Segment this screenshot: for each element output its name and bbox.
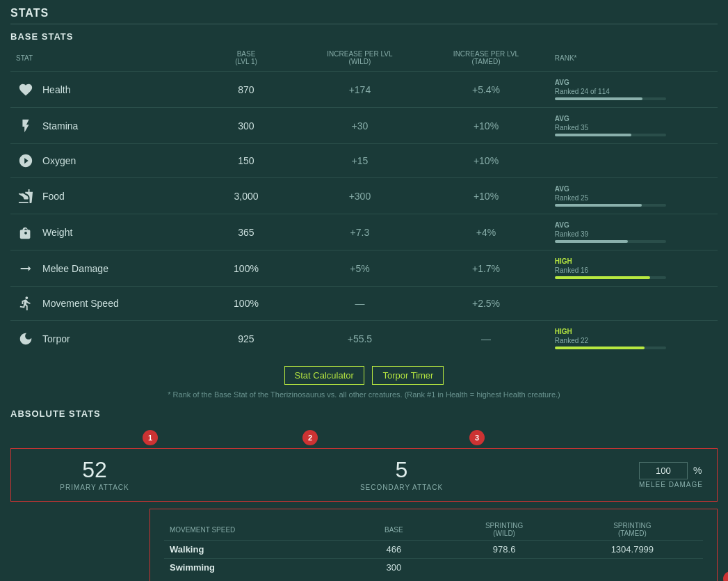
stat-tamed-value: +10% <box>423 144 549 178</box>
stamina-icon <box>16 116 35 136</box>
stat-tamed-value: +1.7% <box>423 250 549 287</box>
rank-bar-bg <box>555 276 666 279</box>
torpor-icon <box>16 329 35 349</box>
movement-row-base: 300 <box>341 559 446 577</box>
rank-text: Ranked 25 <box>555 194 712 202</box>
rank-bar-fill <box>555 97 642 100</box>
primary-attack-label: PRIMARY ATTACK <box>25 484 164 491</box>
rank-text: Ranked 39 <box>555 230 712 238</box>
primary-attack-value: 52 <box>25 459 164 481</box>
rank-label: AVG <box>555 115 712 122</box>
stat-wild-value: +55.5 <box>297 321 423 357</box>
stat-base-value: 3,000 <box>195 178 296 214</box>
movement-row-tamed <box>562 559 703 577</box>
table-row: Torpor 925 +55.5 — HIGH Ranked 22 <box>10 321 718 357</box>
rank-cell <box>549 287 718 321</box>
rank-cell: AVG Ranked 24 of 114 <box>549 72 718 108</box>
movement-table: MOVEMENT SPEED BASE SPRINTING (WILD) SPR… <box>164 519 703 576</box>
movement-speed-header: MOVEMENT SPEED <box>164 519 341 541</box>
table-row: Health 870 +174 +5.4% AVG Ranked 24 of 1… <box>10 72 718 108</box>
stat-cell: Health <box>10 72 195 108</box>
table-row: Stamina 300 +30 +10% AVG Ranked 35 <box>10 108 718 144</box>
melee-damage-group: % MELEE DAMAGE <box>639 462 703 488</box>
primary-attack-group: 52 PRIMARY ATTACK <box>25 459 164 491</box>
rank-label: AVG <box>555 79 712 86</box>
rank-bar-bg <box>555 204 666 207</box>
table-row: Weight 365 +7.3 +4% AVG Ranked 39 <box>10 214 718 250</box>
stat-name: Weight <box>42 227 72 238</box>
base-stats-title: BASE STATS <box>10 31 718 42</box>
rank-bar-bg <box>555 134 666 136</box>
movement-base-header: BASE <box>341 519 446 541</box>
header-rank: RANK* <box>549 47 718 72</box>
annotation-3: 3 <box>469 430 485 445</box>
rank-label: HIGH <box>555 257 712 265</box>
annotation-2: 2 <box>302 430 318 445</box>
rank-cell: HIGH Ranked 16 <box>549 250 718 287</box>
table-row: Movement Speed 100% — +2.5% <box>10 287 718 321</box>
movement-row-name: Walking <box>164 541 341 559</box>
movement-row: Walking 466 978.6 1304.7999 <box>164 541 703 559</box>
stat-base-value: 300 <box>195 108 296 144</box>
rank-cell: AVG Ranked 39 <box>549 214 718 250</box>
rank-bar-bg <box>555 97 666 100</box>
header-stat: STAT <box>10 47 195 72</box>
stat-tamed-value: +5.4% <box>423 72 549 108</box>
stat-tamed-value: +10% <box>423 108 549 144</box>
stat-base-value: 925 <box>195 321 296 357</box>
stat-base-value: 870 <box>195 72 296 108</box>
stat-name: Torpor <box>42 333 70 344</box>
rank-bar-fill <box>555 347 645 349</box>
movement-sprinting-wild-header: SPRINTING (WILD) <box>447 519 562 541</box>
stats-title: STATS <box>10 7 718 24</box>
rank-cell: AVG Ranked 25 <box>549 178 718 214</box>
table-row: Food 3,000 +300 +10% AVG Ranked 25 <box>10 178 718 214</box>
footnote-text: * Rank of the Base Stat of the Therizino… <box>10 390 718 399</box>
stat-cell: Food <box>10 178 195 214</box>
melee-damage-input[interactable] <box>639 462 688 479</box>
header-wild: INCREASE PER LVL (WILD) <box>297 47 423 72</box>
rank-bar-fill <box>555 240 629 243</box>
stat-wild-value: +7.3 <box>297 214 423 250</box>
stat-cell: Melee Damage <box>10 250 195 287</box>
stat-cell: Stamina <box>10 108 195 144</box>
movement-icon <box>16 294 35 313</box>
secondary-attack-value: 5 <box>192 459 611 481</box>
stat-cell: Movement Speed <box>10 287 195 321</box>
movement-row-base: 466 <box>341 541 446 559</box>
stat-calculator-button[interactable]: Stat Calculator <box>284 366 364 385</box>
absolute-stats-title: ABSOLUTE STATS <box>10 408 718 419</box>
stat-cell: Weight <box>10 214 195 250</box>
annotation-4: 4 <box>723 571 728 581</box>
secondary-attack-group: 5 SECONDARY ATTACK <box>192 459 611 491</box>
absolute-stats-section: ABSOLUTE STATS 1 2 3 52 PRIMARY ATTACK 5… <box>10 408 718 581</box>
movement-row: Swimming 300 <box>164 559 703 577</box>
absolute-stats-box: 52 PRIMARY ATTACK 5 SECONDARY ATTACK % M… <box>10 448 718 502</box>
header-tamed: INCREASE PER LVL (TAMED) <box>423 47 549 72</box>
stat-wild-value: +15 <box>297 144 423 178</box>
header-base: BASE (LVL 1) <box>195 47 296 72</box>
health-icon <box>16 80 35 100</box>
stat-wild-value: — <box>297 287 423 321</box>
stats-section: STATS BASE STATS STAT BASE (LVL 1) INCRE… <box>10 7 718 399</box>
rank-label: AVG <box>555 221 712 229</box>
rank-cell <box>549 144 718 178</box>
rank-bar-fill <box>555 276 651 279</box>
rank-bar-bg <box>555 240 666 243</box>
rank-bar-fill <box>555 134 631 136</box>
stat-wild-value: +30 <box>297 108 423 144</box>
secondary-attack-label: SECONDARY ATTACK <box>192 484 611 491</box>
weight-icon <box>16 223 35 242</box>
torpor-timer-button[interactable]: Torpor Timer <box>372 366 444 385</box>
buttons-row: Stat Calculator Torpor Timer <box>10 366 718 385</box>
food-icon <box>16 186 35 206</box>
movement-row-tamed: 1304.7999 <box>562 541 703 559</box>
stat-name: Food <box>42 191 65 202</box>
rank-text: Ranked 22 <box>555 337 712 344</box>
movement-row-wild: 978.6 <box>447 541 562 559</box>
rank-bar-bg <box>555 347 666 349</box>
rank-label: AVG <box>555 185 712 193</box>
stat-cell: Oxygen <box>10 144 195 178</box>
annotation-1: 1 <box>143 430 158 445</box>
rank-cell: AVG Ranked 35 <box>549 108 718 144</box>
